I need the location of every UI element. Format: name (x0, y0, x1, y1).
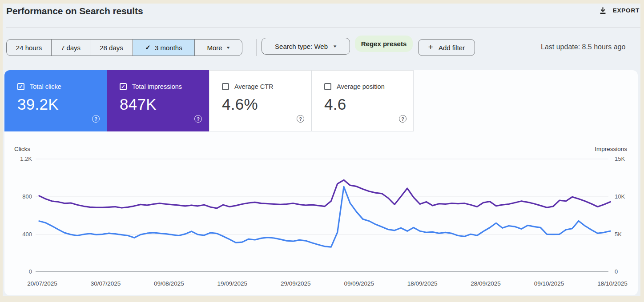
chevron-down-icon: ▼ (225, 46, 230, 50)
x-axis-tick: 18/10/2025 (597, 280, 628, 287)
date-range-label: 28 days (100, 44, 123, 52)
page-title: Performance on Search results (6, 6, 143, 16)
export-button[interactable]: EXPORT (599, 6, 640, 15)
left-axis-tick: 400 (4, 231, 32, 238)
search-console-performance-page: { "header": { "title": "Performance on S… (0, 0, 644, 302)
plus-icon: + (428, 42, 433, 52)
performance-panel: ✓Total clicke39.2K?✓Total impressions847… (4, 70, 638, 295)
last-update-text: Last update: 8.5 hours ago (541, 43, 625, 51)
x-axis-tick: 18/09/2025 (407, 280, 438, 287)
regex-presets-label: Regex presets (361, 40, 407, 48)
x-axis-tick: 29/09/2025 (281, 280, 311, 287)
series-line-total-impressions (39, 180, 610, 208)
date-range-24-hours[interactable]: 24 hours (6, 39, 52, 56)
right-axis-tick: 10K (615, 193, 625, 200)
add-filter-label: Add filter (439, 44, 465, 52)
left-axis-tick: 0 (4, 268, 32, 275)
search-type-dropdown[interactable]: Search type: Web ▼ (262, 38, 350, 55)
x-axis-tick: 28/09/2025 (471, 280, 501, 287)
right-axis-tick: 5K (615, 231, 622, 238)
date-range-label: 24 hours (16, 44, 42, 52)
x-axis-tick: 09/09/2025 (344, 280, 374, 287)
left-axis-tick: 1.2K (4, 155, 32, 162)
date-range-label: 3 months (155, 44, 182, 52)
header-divider (6, 27, 640, 28)
left-axis-tick: 800 (4, 193, 32, 200)
x-axis-tick: 09/10/2025 (534, 280, 564, 287)
x-axis-tick: 19/09/2025 (217, 280, 248, 287)
chart-canvas[interactable] (4, 70, 638, 295)
date-range-label: More (207, 44, 222, 52)
date-range-3-months[interactable]: ✓3 months (133, 39, 195, 56)
filter-group-divider (256, 39, 257, 56)
regex-presets-button[interactable]: Regex presets (355, 36, 413, 52)
chevron-down-icon: ▼ (332, 44, 337, 48)
date-range-7-days[interactable]: 7 days (51, 39, 90, 56)
date-range-group: 24 hours7 days28 days✓3 monthsMore▼ (6, 39, 242, 56)
add-filter-button[interactable]: + Add filter (418, 39, 475, 56)
checkmark-icon: ✓ (145, 44, 151, 52)
date-range-28-days[interactable]: 28 days (90, 39, 133, 56)
right-axis-tick: 15K (615, 155, 625, 162)
x-axis-tick: 20/07/2025 (27, 280, 57, 287)
date-range-more[interactable]: More▼ (194, 39, 242, 56)
download-icon (599, 6, 607, 15)
date-range-label: 7 days (61, 44, 80, 52)
search-type-label: Search type: Web (275, 43, 328, 50)
x-axis-tick: 30/07/2025 (91, 280, 121, 287)
export-label: EXPORT (613, 7, 640, 14)
x-axis-tick: 09/08/2025 (154, 280, 184, 287)
chart-gridlines (36, 159, 608, 272)
right-axis-tick: 0 (615, 268, 618, 275)
series-line-total-clicks (39, 187, 610, 247)
